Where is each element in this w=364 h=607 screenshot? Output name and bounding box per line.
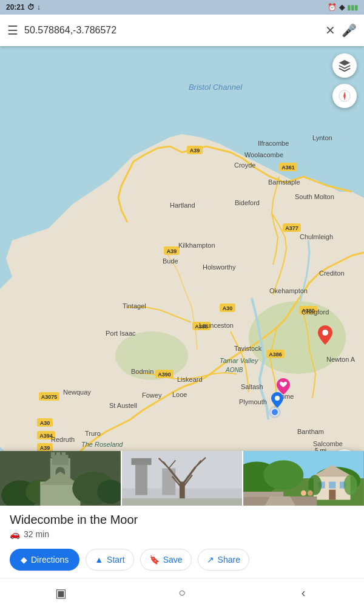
svg-rect-87 bbox=[56, 452, 61, 458]
svg-text:Newquay: Newquay bbox=[63, 388, 91, 396]
save-button[interactable]: 🔖 Save bbox=[140, 549, 192, 571]
search-bar: ☰ ✕ 🎤 bbox=[0, 15, 364, 46]
photo-tree[interactable] bbox=[122, 451, 243, 506]
car-icon: 🚗 bbox=[10, 529, 20, 539]
svg-text:Truro: Truro bbox=[85, 430, 101, 437]
svg-text:Holsworthy: Holsworthy bbox=[203, 263, 236, 271]
compass-icon bbox=[338, 89, 351, 103]
menu-icon[interactable]: ☰ bbox=[7, 23, 18, 38]
search-input[interactable] bbox=[24, 25, 319, 36]
svg-text:Chagford: Chagford bbox=[302, 308, 329, 316]
svg-text:A377: A377 bbox=[285, 225, 298, 231]
layers-button[interactable] bbox=[332, 53, 357, 78]
svg-text:Redruth: Redruth bbox=[51, 436, 75, 443]
clock-icon: ⏱ bbox=[27, 3, 35, 12]
svg-rect-96 bbox=[135, 461, 147, 495]
svg-rect-118 bbox=[329, 482, 336, 489]
download-icon: ↓ bbox=[37, 3, 41, 12]
svg-text:A390: A390 bbox=[158, 371, 171, 378]
start-icon: ▲ bbox=[95, 555, 103, 565]
location-meta: 🚗 32 min bbox=[10, 529, 354, 539]
back-icon: ‹ bbox=[302, 586, 306, 600]
svg-text:Woolacombe: Woolacombe bbox=[244, 151, 283, 158]
svg-text:Bideford: Bideford bbox=[235, 199, 260, 206]
alarm-icon: ⏰ bbox=[328, 3, 337, 12]
photo-church[interactable] bbox=[0, 451, 121, 506]
status-time: 20:21 bbox=[6, 3, 25, 12]
svg-text:Tintagel: Tintagel bbox=[123, 302, 146, 310]
status-bar: 20:21 ⏱ ↓ ⏰ ◈ ▮▮▮ bbox=[0, 0, 364, 15]
svg-text:Ilfracombe: Ilfracombe bbox=[258, 140, 289, 147]
svg-text:Kilkhampton: Kilkhampton bbox=[178, 242, 215, 249]
svg-text:Bodmin: Bodmin bbox=[131, 368, 153, 375]
svg-text:Tavistock: Tavistock bbox=[234, 345, 262, 352]
svg-text:Okehampton: Okehampton bbox=[269, 287, 308, 294]
travel-time: 32 min bbox=[24, 529, 49, 539]
status-right: ⏰ ◈ ▮▮▮ bbox=[328, 3, 358, 12]
svg-rect-120 bbox=[329, 490, 336, 500]
photo-village[interactable] bbox=[243, 451, 364, 506]
svg-text:AONB: AONB bbox=[225, 367, 243, 373]
directions-label: Directions bbox=[31, 555, 69, 565]
svg-text:Bude: Bude bbox=[163, 257, 178, 265]
signal-icon: ▮▮▮ bbox=[347, 4, 358, 12]
directions-button[interactable]: ◆ Directions bbox=[10, 549, 79, 571]
svg-text:Saltash: Saltash bbox=[241, 383, 263, 390]
svg-text:A30: A30 bbox=[40, 420, 50, 426]
status-left: 20:21 ⏱ ↓ bbox=[6, 3, 41, 12]
svg-text:Barnstaple: Barnstaple bbox=[268, 178, 300, 186]
home-nav-icon: ○ bbox=[178, 586, 186, 600]
svg-point-73 bbox=[275, 396, 280, 401]
svg-text:Lynton: Lynton bbox=[312, 134, 332, 141]
map-svg: A39 A361 A377 A39 A30 A380 A388 A390 A38… bbox=[0, 46, 364, 481]
svg-rect-97 bbox=[131, 458, 151, 465]
action-buttons: ◆ Directions ▲ Start 🔖 Save ↗ Share bbox=[0, 544, 364, 578]
directions-icon: ◆ bbox=[21, 555, 27, 565]
location-status-icon: ◈ bbox=[339, 3, 345, 12]
svg-text:Bantham: Bantham bbox=[297, 428, 324, 435]
share-icon: ↗ bbox=[207, 555, 214, 565]
share-button[interactable]: ↗ Share bbox=[198, 549, 249, 571]
save-icon: 🔖 bbox=[149, 555, 160, 565]
svg-text:Hartland: Hartland bbox=[170, 202, 195, 209]
recents-icon: ▣ bbox=[55, 586, 67, 600]
svg-rect-98 bbox=[162, 468, 175, 495]
svg-text:Tamar Valley: Tamar Valley bbox=[220, 357, 259, 364]
svg-point-125 bbox=[301, 490, 306, 496]
svg-text:Bristol Channel: Bristol Channel bbox=[189, 83, 243, 92]
nav-home-button[interactable]: ○ bbox=[164, 582, 200, 604]
bottom-nav: ▣ ○ ‹ bbox=[0, 578, 364, 607]
svg-text:A39: A39 bbox=[190, 148, 200, 154]
svg-text:The Roseland: The Roseland bbox=[81, 441, 123, 448]
save-label: Save bbox=[163, 555, 183, 565]
svg-text:A361: A361 bbox=[281, 164, 295, 171]
nav-back-button[interactable]: ‹ bbox=[285, 582, 322, 604]
svg-point-126 bbox=[308, 490, 313, 496]
svg-text:A3075: A3075 bbox=[41, 394, 58, 400]
svg-text:A30: A30 bbox=[223, 305, 233, 311]
svg-rect-109 bbox=[122, 498, 243, 506]
mic-icon[interactable]: 🎤 bbox=[342, 23, 357, 38]
svg-text:Crediton: Crediton bbox=[319, 270, 345, 277]
nav-recents-button[interactable]: ▣ bbox=[42, 582, 79, 604]
svg-text:South Molton: South Molton bbox=[295, 193, 334, 200]
svg-text:A386: A386 bbox=[269, 351, 282, 358]
svg-rect-88 bbox=[62, 452, 66, 458]
svg-text:A39: A39 bbox=[167, 248, 177, 254]
svg-text:Salcombe: Salcombe bbox=[313, 440, 343, 447]
svg-point-122 bbox=[344, 475, 357, 495]
svg-text:Launceston: Launceston bbox=[199, 322, 234, 329]
svg-text:A39: A39 bbox=[40, 445, 50, 451]
start-button[interactable]: ▲ Start bbox=[86, 549, 133, 571]
svg-text:Looe: Looe bbox=[172, 391, 187, 398]
location-panel: Widecombe in the Moor 🚗 32 min ◆ Directi… bbox=[0, 451, 364, 578]
svg-text:Fowey: Fowey bbox=[142, 392, 162, 399]
map-container[interactable]: A39 A361 A377 A39 A30 A380 A388 A390 A38… bbox=[0, 46, 364, 481]
photos-strip[interactable] bbox=[0, 451, 364, 506]
close-icon[interactable]: ✕ bbox=[325, 23, 335, 38]
svg-rect-86 bbox=[51, 452, 55, 458]
start-label: Start bbox=[107, 555, 125, 565]
svg-point-72 bbox=[322, 330, 328, 336]
compass-button[interactable] bbox=[332, 84, 357, 108]
svg-text:Newton A: Newton A bbox=[326, 356, 356, 363]
